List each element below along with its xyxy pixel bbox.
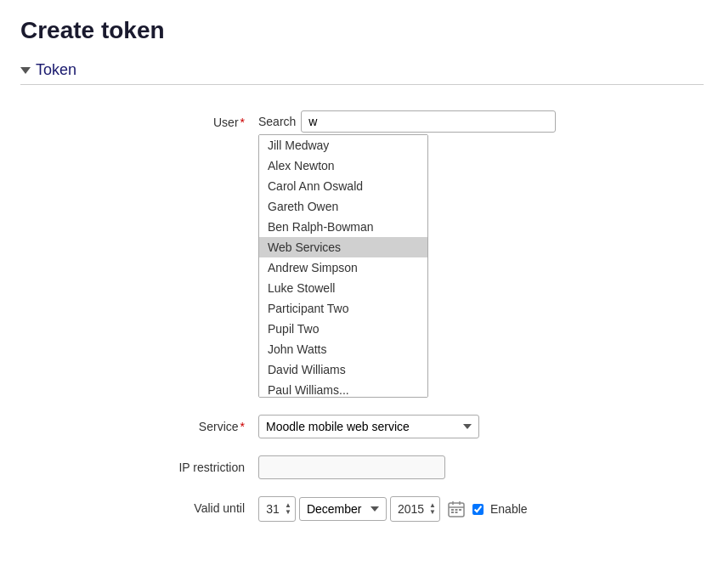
user-label: User* [20, 110, 258, 129]
svg-rect-8 [455, 512, 458, 513]
day-value: 31 [263, 502, 283, 516]
dropdown-item-pupil-two[interactable]: Pupil Two [259, 319, 427, 339]
valid-until-control-wrap: 31 ▲ ▼ JanuaryFebruaryMarchAprilMayJuneJ… [258, 496, 704, 522]
year-stepper-arrows: ▲ ▼ [429, 502, 436, 516]
dropdown-item-luke-stowell[interactable]: Luke Stowell [259, 278, 427, 298]
user-required-star: * [240, 116, 245, 129]
dropdown-item-jill-medway[interactable]: Jill Medway [259, 135, 427, 155]
ip-restriction-input[interactable] [258, 455, 445, 479]
service-select[interactable]: Moodle mobile web serviceREST protocolSO… [258, 415, 479, 438]
search-label: Search [258, 115, 296, 128]
dropdown-item-alex-newton[interactable]: Alex Newton [259, 155, 427, 176]
user-form-row: User* Search Jill MedwayAlex NewtonCarol… [20, 110, 704, 398]
ip-restriction-control-wrap [258, 455, 704, 479]
user-dropdown-list[interactable]: Jill MedwayAlex NewtonCarol Ann OswaldGa… [258, 134, 428, 398]
page-container: Create token Token User* Search Jill Med… [0, 0, 724, 556]
page-title: Create token [20, 17, 704, 44]
dropdown-item-gareth-owen[interactable]: Gareth Owen [259, 196, 427, 217]
year-decrement-button[interactable]: ▼ [429, 509, 436, 516]
day-stepper[interactable]: 31 ▲ ▼ [258, 496, 296, 522]
valid-until-form-row: Valid until 31 ▲ ▼ JanuaryFebruaryMarchA… [20, 496, 704, 522]
form-area: User* Search Jill MedwayAlex NewtonCarol… [20, 102, 704, 522]
calendar-icon[interactable] [447, 500, 466, 518]
day-stepper-arrows: ▲ ▼ [285, 502, 291, 516]
section-title: Token [36, 61, 76, 79]
year-stepper[interactable]: 2015 ▲ ▼ [390, 496, 440, 522]
user-search-input[interactable] [301, 110, 556, 133]
dropdown-item-paul-williams-clipped[interactable]: Paul Williams... [259, 380, 427, 398]
svg-rect-4 [451, 509, 454, 511]
dropdown-item-carol-ann-oswald[interactable]: Carol Ann Oswald [259, 176, 427, 196]
svg-rect-5 [455, 509, 458, 511]
service-control-wrap: Moodle mobile web serviceREST protocolSO… [258, 415, 704, 438]
valid-until-row: 31 ▲ ▼ JanuaryFebruaryMarchAprilMayJuneJ… [258, 496, 704, 522]
dropdown-item-web-services[interactable]: Web Services [259, 237, 427, 257]
dropdown-item-participant-two[interactable]: Participant Two [259, 298, 427, 319]
service-form-row: Service* Moodle mobile web serviceREST p… [20, 415, 704, 438]
service-required-star: * [240, 420, 245, 433]
year-value: 2015 [394, 502, 427, 516]
month-select[interactable]: JanuaryFebruaryMarchAprilMayJuneJulyAugu… [299, 497, 387, 521]
search-row: Search [258, 110, 704, 133]
day-decrement-button[interactable]: ▼ [285, 509, 291, 516]
section-header: Token [20, 61, 704, 85]
valid-until-label: Valid until [20, 496, 258, 515]
user-control-wrap: Search Jill MedwayAlex NewtonCarol Ann O… [258, 110, 704, 398]
enable-label[interactable]: Enable [490, 502, 528, 516]
svg-rect-6 [459, 509, 461, 511]
dropdown-item-john-watts[interactable]: John Watts [259, 339, 427, 359]
dropdown-item-david-williams[interactable]: David Williams [259, 359, 427, 380]
section-collapse-icon[interactable] [20, 67, 31, 74]
svg-rect-7 [451, 512, 454, 513]
dropdown-item-andrew-simpson[interactable]: Andrew Simpson [259, 257, 427, 278]
ip-restriction-form-row: IP restriction [20, 455, 704, 479]
service-label: Service* [20, 415, 258, 433]
dropdown-item-ben-ralph-bowman[interactable]: Ben Ralph-Bowman [259, 217, 427, 237]
ip-restriction-label: IP restriction [20, 455, 258, 474]
enable-checkbox[interactable] [472, 504, 484, 515]
